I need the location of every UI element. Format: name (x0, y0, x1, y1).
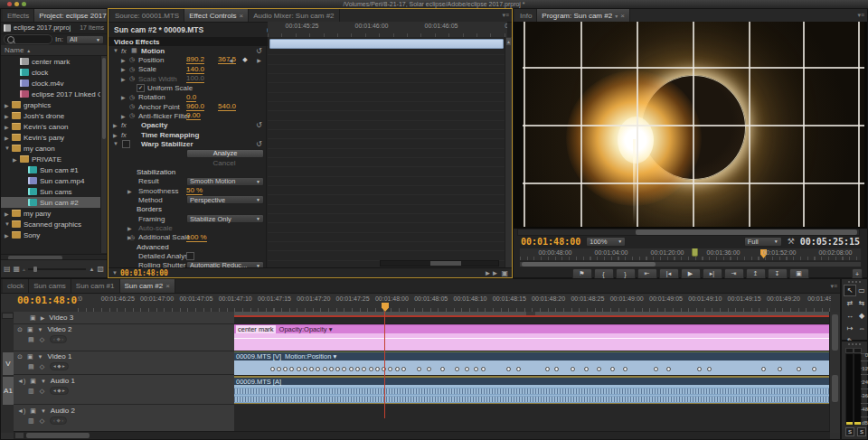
ec-row-result[interactable]: ResultSmooth Motion▼ (108, 177, 266, 186)
ec-row-borders[interactable]: Borders (108, 205, 266, 214)
tab-sun-cams[interactable]: Sun cams (29, 279, 71, 293)
rate-stretch-tool[interactable]: ↔ (844, 310, 856, 322)
keyframe-dot[interactable] (571, 367, 575, 371)
value-additional-scale[interactable]: 100 % (186, 233, 207, 242)
clip-00009-mts-video[interactable]: 00009.MTS [V] Motion:Position ▾ (234, 351, 831, 376)
track-header-video1[interactable]: ⊙ ▣ ▼ Video 1 ▤ ◇ ◂ ◆ ▸ (14, 351, 234, 375)
value-anti-flicker-filter[interactable]: 0.00 (186, 111, 201, 120)
stopwatch-icon[interactable]: ◷ (129, 75, 135, 82)
keyframe-dot[interactable] (277, 367, 281, 371)
twirl-icon[interactable]: ▼ (41, 379, 46, 384)
keyframe-dot[interactable] (329, 367, 334, 371)
project-item-my-canon[interactable]: ▼my canon (1, 143, 101, 154)
stopwatch-icon[interactable]: ◷ (129, 94, 135, 101)
analyze-button[interactable]: Analyze (186, 149, 264, 158)
project-item-graphics[interactable]: ▶graphics (1, 99, 101, 110)
select-result[interactable]: Smooth Motion▼ (186, 177, 264, 186)
show-keyframes-icon[interactable]: ◇ (40, 417, 44, 425)
keyframe-nav[interactable]: ◀◆▶ (229, 56, 261, 63)
panel-menu-icon[interactable]: ▾≡ (827, 279, 840, 293)
list-view-button[interactable]: ▤ (4, 265, 11, 273)
ripple-edit-tool[interactable]: ⇄ (844, 297, 856, 309)
reset-effect-icon[interactable]: ↺ (256, 140, 262, 148)
ec-row-smoothness[interactable]: ▶Smoothness50 % (108, 186, 266, 195)
display-style-icon[interactable]: ▣ (27, 353, 33, 360)
slip-tool[interactable]: ↦ (844, 323, 856, 334)
twirl-icon[interactable]: ▶ (5, 102, 12, 108)
set-display-style-icon[interactable]: ▤ (28, 363, 34, 370)
program-timecode[interactable]: 00:01:48:00 (521, 237, 580, 247)
project-item-scanned-graphics[interactable]: ▼Scanned graphics (1, 219, 101, 229)
project-item-sun-cams[interactable]: Sun cams (1, 186, 101, 197)
keyframe-dot[interactable] (270, 367, 275, 371)
tab-effect-controls[interactable]: Effect Controls× (184, 9, 249, 22)
keyframe-nav[interactable]: ◂ ◆ ▸ (50, 387, 69, 395)
ec-row-warp-stabilizer[interactable]: ▼Warp Stabilizer↺ (108, 139, 266, 148)
keyframe-dot[interactable] (812, 367, 816, 371)
project-item-sony[interactable]: ▶Sony (1, 229, 101, 240)
select-framing[interactable]: Stabilize Only▼ (186, 214, 264, 223)
tab-info[interactable]: Info (515, 9, 537, 22)
track-header-video3[interactable]: ▣ ▶ Video 3 (14, 312, 234, 324)
keyframe-dot[interactable] (375, 367, 380, 371)
show-keyframes-icon[interactable]: ◇ (40, 363, 44, 370)
zoom-level-select[interactable]: 100%▼ (586, 237, 626, 247)
playback-resolution-select[interactable]: Full▼ (744, 237, 782, 247)
value-position[interactable]: 890.2 (186, 55, 204, 64)
clip-effect-badge[interactable]: Motion:Position ▾ (285, 352, 336, 360)
project-item-josh-s-drone[interactable]: ▶Josh's drone (1, 110, 101, 121)
audio2-lane[interactable] (234, 406, 831, 433)
panel-grip[interactable] (848, 281, 861, 283)
value-anchor-point[interactable]: 960.0 (186, 102, 204, 111)
sequence-marker[interactable] (692, 248, 698, 257)
twirl-icon[interactable]: ▶ (13, 156, 20, 163)
rolling-edit-tool[interactable]: ⇆ (855, 297, 868, 309)
ec-row-anti-flicker-filter[interactable]: ▶◷Anti-flicker Filter0.00 (108, 111, 266, 120)
twirl-icon[interactable]: ▶ (113, 122, 118, 128)
close-icon[interactable]: × (239, 12, 243, 20)
keyframe-dot[interactable] (455, 367, 459, 371)
column-header-name[interactable]: Name▲ (1, 45, 107, 56)
tab-program-sun-cam-2[interactable]: Program: Sun cam #2▾× (537, 9, 630, 22)
keyframe-dot[interactable] (303, 367, 307, 371)
project-item-clock-m4v[interactable]: clock.m4v (1, 78, 101, 89)
twirl-icon[interactable]: ▶ (41, 314, 45, 321)
value-anchor-point[interactable]: 540.0 (218, 102, 236, 111)
ec-row-stabilization[interactable]: Stabilization (108, 167, 266, 176)
stopwatch-icon[interactable]: ◷ (129, 103, 135, 110)
toggle-track-output-icon[interactable]: ⊙ (17, 326, 23, 333)
keyframe-dot[interactable] (516, 367, 521, 371)
panel-menu-icon[interactable]: ▾≡ (499, 9, 512, 22)
fx-checkbox[interactable] (122, 140, 130, 148)
keyframe-dot[interactable] (427, 367, 431, 371)
twirl-icon[interactable]: ▶ (5, 113, 12, 119)
tab-sun-cam-2[interactable]: Sun cam #2× (120, 279, 175, 293)
keyframe-dot[interactable] (654, 367, 658, 371)
twirl-icon[interactable]: ▼ (38, 327, 43, 332)
opacity-rubber-band[interactable] (234, 338, 831, 339)
twirl-icon[interactable]: ▶ (127, 188, 132, 194)
keyframe-dot[interactable] (289, 367, 294, 371)
timeline-ruler[interactable]: 2000:01:46:2500:01:47:0000:01:47:0500:01… (78, 295, 831, 313)
twirl-icon[interactable]: ▶ (121, 66, 126, 72)
viewing-area-bar[interactable] (519, 261, 862, 267)
display-style-icon[interactable]: ▣ (27, 326, 33, 333)
stopwatch-icon[interactable]: ◷ (129, 66, 135, 73)
display-style-icon[interactable]: ▣ (30, 378, 36, 385)
twirl-icon[interactable]: ▶ (5, 124, 12, 130)
keyframe-dot[interactable] (323, 367, 327, 371)
program-video-frame[interactable] (523, 22, 864, 227)
reset-effect-icon[interactable]: ↺ (256, 47, 262, 55)
panel-menu-icon[interactable]: ▾≡ (854, 9, 867, 22)
twirl-icon[interactable]: ▼ (5, 221, 12, 227)
set-display-style-icon[interactable]: ▥ (28, 417, 34, 425)
keyframe-dot[interactable] (297, 367, 301, 371)
keyframe-dot[interactable] (778, 367, 782, 371)
value-scale-width[interactable]: 100.0 (186, 74, 204, 83)
track-header-audio1[interactable]: ◄) ▣ ▼ Audio 1 ▥ ◇ ◂ ◆ ▸ (14, 376, 234, 405)
fx-badge-icon[interactable]: fx (121, 121, 127, 129)
source-patch-empty[interactable] (2, 313, 14, 319)
keyframe-dot[interactable] (388, 367, 392, 371)
twirl-icon[interactable]: ▼ (38, 354, 43, 360)
tab-effects[interactable]: Effects (3, 9, 34, 22)
